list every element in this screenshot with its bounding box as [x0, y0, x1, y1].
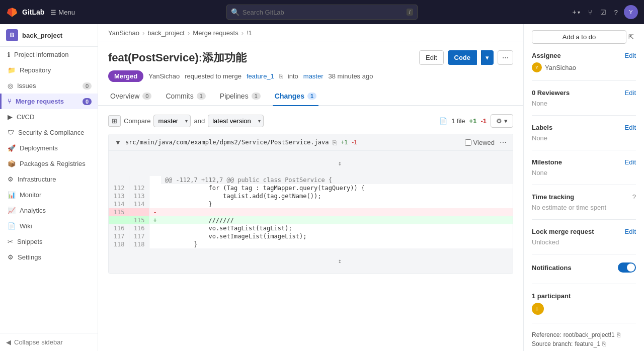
sidebar-item-security-compliance[interactable]: 🛡 Security & Compliance — [0, 125, 98, 140]
source-branch-link[interactable]: feature_1 — [247, 72, 274, 80]
user-avatar[interactable]: Y — [624, 5, 638, 19]
sidebar-item-deployments[interactable]: 🚀 Deployments — [0, 140, 98, 156]
sidebar-item-wiki[interactable]: 📄 Wiki — [0, 218, 98, 234]
navbar-search-box: 🔍 / — [226, 5, 418, 20]
target-branch-link[interactable]: master — [303, 72, 324, 80]
compare-label: Compare — [124, 117, 150, 125]
lock-mr-edit-button[interactable]: Edit — [625, 228, 636, 235]
line-num-old — [109, 216, 129, 224]
tab-commits[interactable]: Commits 1 — [164, 87, 207, 106]
into-text: into — [288, 72, 298, 80]
tab-pipelines[interactable]: Pipelines 1 — [218, 87, 263, 106]
table-row: 114 114 } — [109, 200, 513, 208]
todos-nav-button[interactable]: ☑ — [598, 7, 608, 18]
labels-value: None — [532, 134, 636, 142]
expand-code-button-top[interactable]: ↕ — [109, 151, 513, 176]
issues-badge: 0 — [83, 82, 92, 90]
reviewers-edit-button[interactable]: Edit — [625, 89, 636, 97]
help-nav-button[interactable]: ? — [612, 7, 620, 18]
expand-code-button-bottom[interactable]: ↕ — [109, 248, 513, 274]
navbar-center: 🔍 / — [81, 5, 563, 20]
chevron-down-icon: ▾ — [486, 54, 489, 61]
sidebar-project[interactable]: B back_project — [0, 24, 98, 47]
toggle-knob — [627, 264, 635, 272]
reference-section: Reference: root/back_project!1 ⎘ Source … — [532, 331, 636, 351]
copy-source-branch-icon[interactable]: ⎘ — [279, 73, 283, 80]
sidebar-item-cicd[interactable]: ▶ CI/CD — [0, 109, 98, 125]
sidebar-item-packages-registries[interactable]: 📦 Packages & Registries — [0, 156, 98, 171]
merge-requests-nav-button[interactable]: ⑂ — [586, 7, 594, 18]
file-diff-more-button[interactable]: ⋯ — [500, 138, 507, 146]
sidebar-item-monitor[interactable]: 📊 Monitor — [0, 187, 98, 203]
branch-select[interactable]: master — [153, 115, 191, 127]
sidebar-item-label: Deployments — [20, 144, 58, 152]
add-todo-button[interactable]: Add a to do — [532, 30, 626, 44]
sidebar-item-repository[interactable]: 📁 Repository — [0, 62, 98, 78]
reviewers-title: 0 Reviewers — [532, 89, 570, 97]
sidebar-item-settings[interactable]: ⚙ Settings — [0, 249, 98, 265]
diff-settings-button[interactable]: ⚙ ▾ — [491, 114, 513, 128]
expand-panel-button[interactable]: ⇱ — [626, 31, 636, 43]
navbar-menu-button[interactable]: ☰ Menu — [50, 9, 75, 16]
navbar-logo[interactable]: GitLab — [6, 6, 44, 18]
sidebar-item-infrastructure[interactable]: ⚙ Infrastructure — [0, 171, 98, 187]
collapse-diff-button[interactable]: ▼ — [115, 139, 121, 146]
sidebar-item-label: Security & Compliance — [18, 129, 85, 136]
line-content: } — [161, 200, 513, 208]
create-icon: ＋ — [571, 8, 578, 17]
line-num-old: 115 — [109, 208, 129, 216]
line-content: /////// — [161, 216, 513, 224]
tab-changes[interactable]: Changes 1 — [273, 87, 318, 106]
viewed-checkbox[interactable]: Viewed — [465, 139, 495, 146]
collapse-sidebar-button[interactable]: ◀ Collapse sidebar — [0, 333, 98, 351]
line-sign — [149, 192, 161, 200]
hunk-num-new — [129, 176, 149, 184]
add-todo-row: Add a to do ⇱ — [532, 30, 636, 44]
more-actions-button[interactable]: ⋯ — [498, 50, 513, 65]
gitlab-text: GitLab — [22, 8, 44, 16]
sidebar-item-snippets[interactable]: ✂ Snippets — [0, 234, 98, 249]
line-num-new — [129, 208, 149, 216]
help-icon: ? — [614, 9, 618, 16]
reviewers-header: 0 Reviewers Edit — [532, 89, 636, 97]
labels-edit-button[interactable]: Edit — [625, 124, 636, 131]
copy-reference-button[interactable]: ⎘ — [617, 331, 620, 338]
copy-branch-button[interactable]: ⎘ — [602, 340, 606, 347]
wiki-icon: 📄 — [8, 222, 16, 230]
breadcrumb-back-project[interactable]: back_project — [147, 29, 185, 37]
sidebar-item-label: Packages & Registries — [20, 160, 86, 167]
reviewers-section: 0 Reviewers Edit None — [532, 89, 636, 116]
tab-overview-count: 0 — [142, 93, 151, 100]
edit-button[interactable]: Edit — [419, 50, 443, 65]
code-button[interactable]: Code — [448, 50, 477, 65]
viewed-input[interactable] — [465, 139, 471, 146]
version-select[interactable]: latest version — [208, 115, 264, 127]
cicd-icon: ▶ — [8, 113, 13, 121]
repo-icon: 📁 — [8, 66, 16, 74]
time-tracking-help-icon[interactable]: ? — [632, 193, 636, 201]
diff-area: ⊞ Compare master and latest version — [98, 106, 523, 351]
menu-icon: ☰ — [50, 9, 56, 16]
sidebar-item-project-information[interactable]: ℹ Project information — [0, 47, 98, 62]
breadcrumb-merge-requests[interactable]: Merge requests — [193, 29, 238, 37]
milestone-edit-button[interactable]: Edit — [625, 158, 636, 166]
search-input[interactable] — [243, 9, 404, 16]
copy-path-icon[interactable]: ⎘ — [333, 139, 337, 146]
file-diff: ▼ src/main/java/com/example/dpms2/Servic… — [108, 134, 513, 274]
security-icon: 🛡 — [8, 129, 14, 136]
mr-badge: 0 — [83, 98, 92, 105]
breadcrumb-yansichao[interactable]: YanSichao — [108, 29, 139, 37]
sidebar-item-analytics[interactable]: 📈 Analytics — [0, 203, 98, 218]
breadcrumb-sep-3: › — [242, 29, 244, 37]
sidebar-item-merge-requests[interactable]: ⑂ Merge requests 0 — [0, 94, 98, 109]
line-num-new: 118 — [129, 240, 149, 248]
assignee-edit-button[interactable]: Edit — [625, 52, 636, 59]
notifications-toggle[interactable] — [618, 262, 636, 273]
code-dropdown-button[interactable]: ▾ — [481, 50, 494, 65]
assignee-name: YanSichao — [545, 64, 576, 71]
line-sign — [149, 200, 161, 208]
create-button[interactable]: ＋ ▾ — [569, 6, 582, 19]
tab-overview[interactable]: Overview 0 — [108, 87, 153, 106]
sidebar-item-issues[interactable]: ◎ Issues 0 — [0, 78, 98, 94]
sidebar-item-label: Merge requests — [16, 98, 64, 105]
